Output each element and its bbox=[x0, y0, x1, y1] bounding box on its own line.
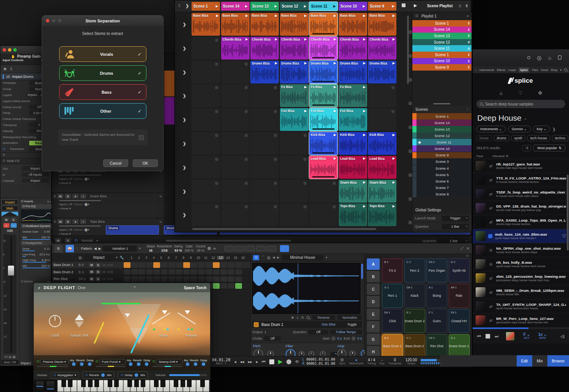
divider-handle[interactable] bbox=[433, 103, 450, 104]
mute-button[interactable]: M bbox=[55, 238, 61, 243]
pad-perc-2[interactable]: C 2Perc 2 bbox=[404, 258, 425, 282]
pad-perc-organ[interactable]: C# 2Perc Organ bbox=[426, 258, 447, 282]
sample-row[interactable]: msh_bass_124_rate_Bbm.wavsynth bass hous… bbox=[473, 229, 569, 243]
power-icon[interactable]: ⏻ bbox=[152, 360, 155, 364]
clip-cell[interactable]: Drums Biza▶ bbox=[309, 61, 338, 83]
panel-toggle-icon[interactable] bbox=[235, 246, 244, 251]
pan-control[interactable] bbox=[2, 212, 18, 216]
step-cell[interactable] bbox=[213, 262, 220, 268]
step-cell[interactable] bbox=[206, 276, 212, 282]
play-playlist-button[interactable]: ▶ bbox=[414, 3, 417, 8]
step-cell[interactable] bbox=[138, 269, 145, 275]
track-volume-slider[interactable] bbox=[59, 175, 101, 176]
step-cell[interactable] bbox=[176, 269, 182, 275]
tab-instruments[interactable]: Instruments bbox=[479, 68, 494, 72]
bus-button[interactable]: Impact bbox=[2, 200, 18, 205]
scene-button[interactable]: Scene 9▶ bbox=[368, 2, 396, 11]
pad-bass-drum-2[interactable]: C 1Bass Drum 2 bbox=[404, 334, 425, 358]
stop-button[interactable] bbox=[269, 359, 274, 364]
row-stop-button[interactable] bbox=[409, 173, 412, 177]
empty-clip-cell[interactable] bbox=[309, 180, 338, 203]
step-number[interactable]: 4 bbox=[150, 256, 158, 260]
empty-clip-cell[interactable] bbox=[192, 84, 220, 107]
clip-cell[interactable]: Chords Biza▶ bbox=[250, 37, 279, 60]
chevron-down-icon[interactable]: ▾ bbox=[467, 14, 468, 18]
volume-slider[interactable] bbox=[169, 374, 207, 376]
monitor-button[interactable]: ◑ bbox=[80, 194, 86, 198]
solo-button[interactable]: S bbox=[96, 277, 101, 281]
black-key[interactable] bbox=[154, 380, 159, 387]
solo-button[interactable]: S bbox=[65, 219, 71, 224]
sample-row[interactable]: ⇄DS_VPP_135_drum_hat_loop_stronger.wadru… bbox=[473, 201, 569, 215]
pad-bank-b[interactable]: B bbox=[367, 271, 380, 282]
playlist-item[interactable]: Scene 92 bbox=[412, 64, 472, 71]
eq-curve-display[interactable] bbox=[21, 209, 52, 223]
wave-v-scrollbar[interactable] bbox=[361, 264, 363, 279]
clip-cell[interactable]: Drums Biza▶ bbox=[250, 61, 279, 83]
empty-clip-cell[interactable] bbox=[192, 37, 220, 60]
stop-all-button[interactable] bbox=[402, 3, 406, 7]
send-knob[interactable] bbox=[87, 362, 92, 367]
cancel-button[interactable]: Cancel bbox=[103, 159, 128, 167]
more-filters-icon[interactable]: ❯ bbox=[552, 127, 555, 131]
sample-row[interactable]: ⇄TTS_H_FX_LOOP_ASTRO_124_F#m.wavfx house… bbox=[473, 173, 569, 187]
clip-cell[interactable]: Kick Biza▶ bbox=[309, 132, 338, 155]
end-knob[interactable] bbox=[352, 337, 355, 340]
track-header[interactable]: 7MS●◑Lead Biza∿Input L+RStereo⬤▾▪ None ▾ bbox=[52, 167, 164, 193]
solo-button[interactable]: S bbox=[65, 238, 71, 243]
preset-none[interactable]: ▪ None ▾ bbox=[59, 207, 71, 210]
collapse-icon[interactable]: ↑ bbox=[467, 107, 468, 112]
empty-clip-cell[interactable] bbox=[280, 180, 308, 203]
stop-sample-button[interactable] bbox=[486, 334, 490, 338]
send-knob[interactable] bbox=[136, 362, 141, 367]
black-key[interactable] bbox=[134, 380, 139, 387]
output-value[interactable]: 1 bbox=[264, 330, 266, 334]
clip-cell[interactable]: Chords Biza▶ bbox=[221, 37, 250, 60]
record-button[interactable] bbox=[286, 359, 291, 364]
next-icon[interactable]: ▶ bbox=[277, 256, 280, 259]
track-name[interactable]: Tops Biza bbox=[90, 220, 105, 224]
clip-cell[interactable]: Fx Biza▶ bbox=[309, 84, 338, 107]
home-icon[interactable]: ⌂ bbox=[500, 90, 503, 96]
insert-param-row[interactable]: Mix100 % bbox=[21, 263, 52, 268]
send-knob[interactable] bbox=[201, 362, 206, 367]
step-cell[interactable] bbox=[183, 276, 190, 282]
clip-cell[interactable]: Chords Biza▶ bbox=[280, 37, 308, 60]
mute-button[interactable]: M bbox=[89, 270, 94, 274]
black-key[interactable] bbox=[174, 380, 178, 387]
stem-option-vocals[interactable]: Vocals✓ bbox=[59, 46, 146, 62]
step-cell[interactable] bbox=[235, 283, 242, 289]
zoom-icon[interactable] bbox=[307, 316, 310, 319]
power-button[interactable]: ⏻ bbox=[253, 255, 259, 260]
empty-clip-cell[interactable] bbox=[192, 132, 220, 155]
step-cell[interactable] bbox=[138, 262, 145, 268]
sample-row[interactable]: ⇄shm_125_percussion_loop_lowsing.wavperc… bbox=[473, 271, 569, 285]
playlist-item[interactable]: Scene 114 bbox=[412, 45, 472, 52]
minimize-icon[interactable] bbox=[8, 48, 11, 52]
insert-param-row[interactable]: Low Freq20.0 Hz bbox=[21, 252, 52, 257]
chevron-down-icon[interactable]: ▾ bbox=[560, 68, 561, 72]
row-stop-button[interactable] bbox=[409, 30, 412, 34]
release-handle[interactable] bbox=[185, 310, 190, 314]
power-icon[interactable]: ⏻ bbox=[75, 238, 78, 243]
attack-handle[interactable] bbox=[162, 310, 167, 314]
playlist-item[interactable]: Scene 102 bbox=[412, 58, 472, 65]
stereo-toggle[interactable]: ⬤▾ bbox=[85, 228, 90, 231]
end-value[interactable]: 0 s bbox=[357, 337, 362, 340]
zoom-icon[interactable] bbox=[58, 19, 61, 22]
play-sample-icon[interactable]: ▶ bbox=[292, 316, 294, 319]
step-cell[interactable] bbox=[228, 276, 234, 282]
tag-techno[interactable]: techno bbox=[552, 135, 568, 141]
play-button[interactable]: ▶ bbox=[278, 358, 283, 365]
empty-clip-cell[interactable] bbox=[221, 61, 250, 83]
step-number[interactable]: 11 bbox=[202, 256, 210, 260]
pad-bass-drum-1[interactable]: B 0Bass Drum 1 bbox=[382, 334, 403, 358]
mod-wheel[interactable] bbox=[46, 381, 55, 391]
step-number[interactable]: 13 bbox=[217, 256, 225, 260]
record-arm-button[interactable]: ● bbox=[72, 194, 79, 198]
empty-clip-cell[interactable] bbox=[221, 84, 250, 107]
track-volume-slider[interactable] bbox=[59, 225, 101, 227]
envelope-icon[interactable]: ⌒ bbox=[261, 255, 265, 260]
black-key[interactable] bbox=[200, 380, 205, 387]
scene-list-item[interactable]: ◉Scene 11 bbox=[412, 139, 472, 145]
